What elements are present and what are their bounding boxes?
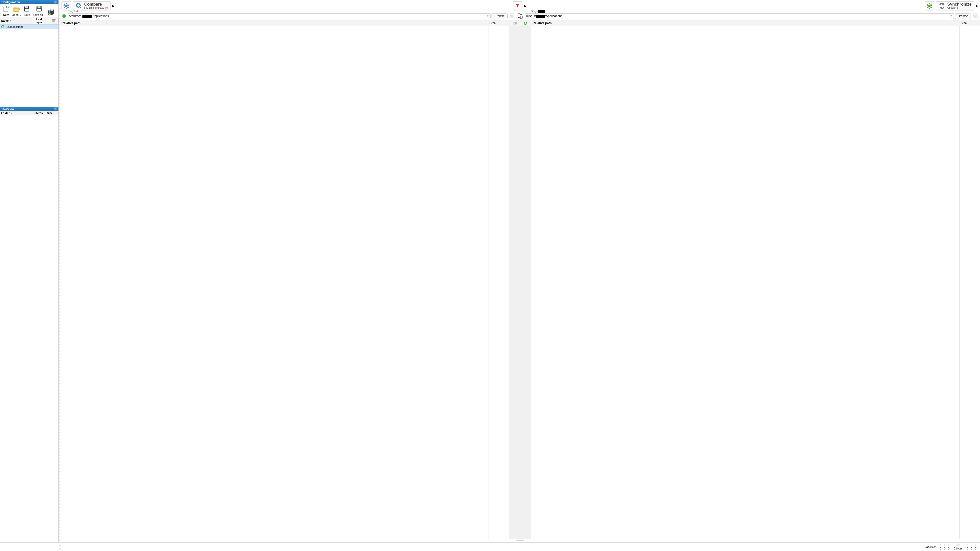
stats-left-a: 0: [940, 547, 941, 550]
left-col-relpath[interactable]: Relative path: [60, 21, 488, 26]
overview-col-size[interactable]: Size: [46, 111, 59, 115]
stats-bytes: 0 bytes: [954, 547, 963, 550]
category-view-button[interactable]: [509, 21, 520, 26]
stats-right-icon-2: [970, 544, 974, 546]
statistics-label: Statistics:: [924, 545, 935, 548]
svg-rect-4: [25, 9, 29, 11]
sync-settings-button[interactable]: [924, 1, 934, 11]
svg-rect-21: [513, 22, 517, 24]
open-button[interactable]: Open...: [12, 5, 21, 16]
right-grid-pane[interactable]: [531, 26, 980, 539]
left-path-prefix: /Volumes/: [69, 14, 83, 18]
left-col-relpath-label: Relative path: [62, 21, 81, 25]
overview-col-items-label: Items: [35, 111, 43, 114]
left-path-dropdown-icon[interactable]: ▼: [486, 15, 489, 17]
right-col-relpath-label: Relative path: [533, 21, 552, 25]
right-path-dropdown-icon[interactable]: ▼: [950, 15, 953, 17]
clock-disabled-icon: [105, 6, 108, 10]
main-area: Compare File time and size ▶ ▶: [60, 0, 980, 542]
left-col-size[interactable]: Size: [488, 21, 509, 26]
grid-columns-row: Relative path Size Relative path Size: [60, 21, 980, 26]
stats-right-block: 0 0 0: [965, 544, 978, 550]
stats-right-c: 0: [975, 547, 977, 550]
sync-group: Synchronize Update ❯ ▶: [924, 1, 978, 11]
left-grid-pane[interactable]: [60, 26, 509, 539]
left-path-suffix: /Applications: [92, 14, 109, 18]
config-col-name[interactable]: Name ▲: [0, 17, 35, 24]
stats-left-icon-3: [948, 544, 951, 546]
sync-menu-arrow[interactable]: ▶: [976, 1, 978, 11]
grid-content: [60, 26, 980, 539]
sync-icon: [1, 25, 5, 29]
overview-col-items[interactable]: Items: [35, 111, 46, 115]
cloud-small-icon: [956, 544, 960, 546]
compare-group: Compare File time and size ▶: [62, 1, 115, 11]
right-path-field[interactable]: /Users//Applications ▼: [525, 13, 954, 19]
left-folder-side: Drag & drop /Volumes//Applications ▼ Bro…: [62, 13, 515, 19]
compare-settings-button[interactable]: [62, 1, 71, 11]
synchronize-sub: Update: [947, 6, 956, 10]
right-path-redacted: [536, 15, 545, 18]
sort-desc-icon: ▼: [10, 113, 12, 115]
synchronize-title: Synchronize: [947, 2, 972, 6]
save-batch-icon: [47, 9, 55, 16]
mid-grid-pane[interactable]: [509, 26, 531, 539]
stats-left-b: 0: [944, 547, 945, 550]
config-columns-header: Name ▲ Last sync: [0, 17, 59, 24]
new-button[interactable]: New: [2, 5, 10, 16]
configuration-close-icon[interactable]: [54, 0, 57, 3]
sidebar: Configuration New Open...: [0, 0, 59, 542]
saveas-button[interactable]: Save as...: [33, 5, 45, 16]
new-label: New: [3, 13, 9, 16]
overview-title: Overview: [2, 107, 14, 110]
compare-menu-arrow[interactable]: ▶: [112, 1, 115, 11]
compare-title: Compare: [84, 2, 108, 6]
svg-rect-13: [52, 19, 56, 22]
overview-col-folder-label: Folder: [1, 111, 10, 114]
svg-point-17: [928, 5, 931, 7]
left-cloud-button[interactable]: [509, 13, 515, 19]
stats-left-c: 0: [948, 547, 950, 550]
left-columns: Relative path Size: [60, 21, 509, 26]
top-toolbar: Compare File time and size ▶ ▶: [60, 0, 980, 12]
right-browse-button[interactable]: Browse: [955, 13, 971, 19]
left-browse-button[interactable]: Browse: [492, 13, 508, 19]
overview-close-icon[interactable]: [54, 107, 57, 110]
config-col-options-button[interactable]: [50, 17, 59, 24]
action-view-button[interactable]: [520, 21, 531, 26]
filter-button[interactable]: [513, 1, 522, 11]
right-cloud-button[interactable]: [972, 13, 978, 19]
config-row-last-session[interactable]: [Last session]: [0, 24, 59, 29]
synchronize-button[interactable]: Synchronize Update ❯: [936, 1, 974, 11]
stats-bytes-block: 0 bytes: [954, 544, 963, 550]
compare-sub: File time and size: [84, 6, 104, 10]
compare-button[interactable]: Compare File time and size: [73, 1, 111, 11]
config-col-lastsync[interactable]: Last sync: [35, 17, 50, 24]
stats-right-icon-3: [974, 544, 978, 546]
synchronize-icon: [939, 3, 945, 9]
filter-menu-arrow[interactable]: ▶: [524, 1, 527, 11]
filter-group: ▶: [513, 1, 527, 11]
horizontal-splitter[interactable]: [60, 539, 980, 542]
right-path-prefix: /Users/: [526, 14, 536, 18]
stats-right-a: 0: [967, 547, 968, 550]
overview-col-folder[interactable]: Folder ▼: [0, 111, 35, 115]
overview-body: [0, 115, 59, 542]
open-label: Open...: [12, 13, 21, 16]
swap-sides-button[interactable]: [516, 12, 524, 20]
statusbar-drag-handle[interactable]: [59, 542, 61, 551]
funnel-icon: [514, 3, 520, 9]
new-icon: [2, 5, 10, 13]
left-path-field[interactable]: /Volumes//Applications ▼: [68, 13, 490, 19]
save-button[interactable]: Save: [22, 5, 31, 16]
category-icon: [513, 22, 517, 25]
svg-rect-3: [25, 6, 28, 8]
configuration-panel-header: Configuration: [0, 0, 59, 4]
right-col-relpath[interactable]: Relative path: [531, 21, 959, 26]
save-batch-button[interactable]: [47, 9, 56, 16]
add-pair-button[interactable]: [62, 14, 67, 19]
right-col-size[interactable]: Size: [959, 21, 980, 26]
overview-panel-header: Overview: [0, 107, 59, 111]
config-row-label: [Last session]: [6, 25, 23, 28]
compare-icon: [76, 3, 82, 9]
